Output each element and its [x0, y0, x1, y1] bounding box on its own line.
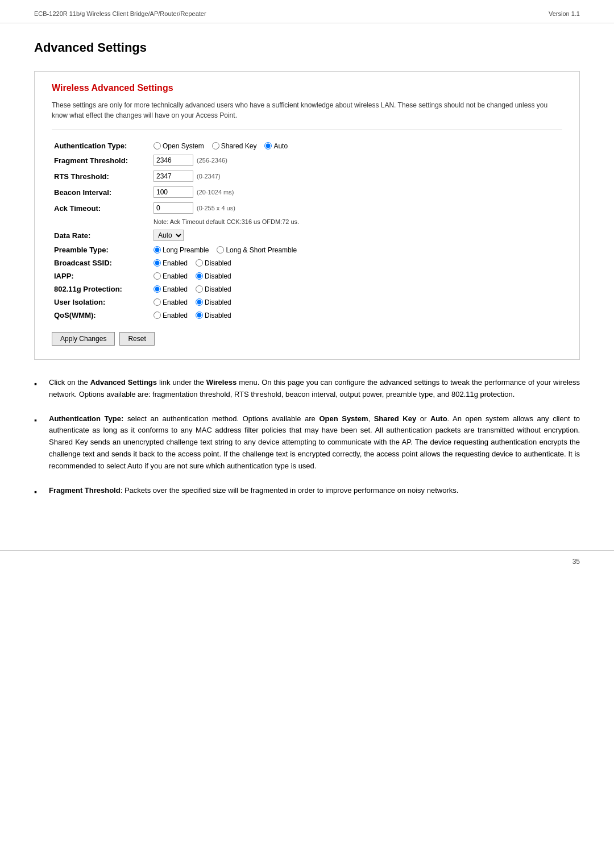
bullet-text-3: Fragment Threshold: Packets over the spe… — [49, 485, 580, 497]
auth-type-controls: Open System Shared Key Auto — [151, 139, 562, 152]
preamble-long-short-radio[interactable] — [217, 246, 224, 254]
protection-enabled-option[interactable]: Enabled — [154, 285, 188, 293]
frag-threshold-label: Fragment Threshold: — [52, 152, 151, 168]
qos-label: QoS(WMM): — [52, 309, 151, 322]
ack-timeout-input[interactable] — [154, 202, 193, 214]
auth-auto-radio[interactable] — [264, 142, 272, 149]
bullet-marker-3: ▪ — [34, 485, 44, 498]
isolation-disabled-option[interactable]: Disabled — [196, 298, 231, 306]
bullet-text-1: Click on the Advanced Settings link unde… — [49, 377, 580, 401]
isolation-enabled-label: Enabled — [163, 298, 188, 306]
bssid-disabled-option[interactable]: Disabled — [196, 259, 231, 267]
qos-enabled-option[interactable]: Enabled — [154, 312, 188, 319]
ack-timeout-row: Ack Timeout: (0-255 x 4 us) — [52, 200, 562, 216]
iapp-disabled-radio[interactable] — [196, 272, 203, 280]
rts-threshold-input[interactable] — [154, 171, 193, 182]
preamble-type-row: Preamble Type: Long Preamble Long & Shor… — [52, 243, 562, 256]
qos-disabled-option[interactable]: Disabled — [196, 312, 231, 319]
preamble-long-option[interactable]: Long Preamble — [154, 246, 209, 254]
iapp-enabled-option[interactable]: Enabled — [154, 272, 188, 280]
rts-threshold-row: RTS Threshold: (0-2347) — [52, 168, 562, 184]
list-item: ▪ Authentication Type: select an authent… — [34, 413, 580, 472]
settings-table: Authentication Type: Open System Shared … — [52, 139, 562, 322]
data-rate-controls: Auto — [151, 227, 562, 243]
auth-type-label: Authentication Type: — [52, 139, 151, 152]
preamble-long-label: Long Preamble — [163, 246, 209, 254]
auth-open-radio[interactable] — [154, 142, 161, 149]
frag-threshold-row: Fragment Threshold: (256-2346) — [52, 152, 562, 168]
preamble-radio-group: Long Preamble Long & Short Preamble — [154, 246, 560, 254]
header-right: Version 1.1 — [549, 10, 580, 17]
divider — [52, 130, 562, 130]
wireless-advanced-section: Wireless Advanced Settings These setting… — [34, 71, 580, 360]
isolation-enabled-radio[interactable] — [154, 298, 161, 306]
section-title: Wireless Advanced Settings — [52, 83, 562, 93]
data-rate-row: Data Rate: Auto — [52, 227, 562, 243]
list-item: ▪ Fragment Threshold: Packets over the s… — [34, 485, 580, 498]
auth-auto-option[interactable]: Auto — [264, 142, 288, 150]
preamble-long-short-option[interactable]: Long & Short Preamble — [217, 246, 297, 254]
page-footer: 35 — [0, 550, 614, 572]
page-number: 35 — [572, 558, 580, 566]
qos-controls: Enabled Disabled — [151, 309, 562, 322]
bullet-marker-2: ▪ — [34, 414, 44, 426]
protection-enabled-label: Enabled — [163, 285, 188, 293]
protection-disabled-radio[interactable] — [196, 285, 203, 293]
broadcast-ssid-controls: Enabled Disabled — [151, 256, 562, 269]
preamble-type-label: Preamble Type: — [52, 243, 151, 256]
broadcast-ssid-row: Broadcast SSID: Enabled Disabled — [52, 256, 562, 269]
frag-range-note: (256-2346) — [197, 157, 227, 164]
iapp-controls: Enabled Disabled — [151, 269, 562, 283]
apply-changes-button[interactable]: Apply Changes — [52, 332, 115, 346]
preamble-long-radio[interactable] — [154, 246, 161, 254]
frag-threshold-input[interactable] — [154, 155, 193, 166]
frag-threshold-controls: (256-2346) — [151, 152, 562, 168]
broadcast-ssid-label: Broadcast SSID: — [52, 256, 151, 269]
bssid-radio-group: Enabled Disabled — [154, 259, 560, 267]
iapp-disabled-label: Disabled — [205, 272, 231, 280]
ack-timeout-controls: (0-255 x 4 us) — [151, 200, 562, 216]
bullet-text-2: Authentication Type: select an authentic… — [49, 413, 580, 472]
rts-range-note: (0-2347) — [197, 173, 221, 180]
list-item: ▪ Click on the Advanced Settings link un… — [34, 377, 580, 401]
iapp-enabled-radio[interactable] — [154, 272, 161, 280]
preamble-type-controls: Long Preamble Long & Short Preamble — [151, 243, 562, 256]
isolation-radio-group: Enabled Disabled — [154, 298, 560, 306]
data-rate-select[interactable]: Auto — [154, 230, 184, 241]
qos-enabled-radio[interactable] — [154, 312, 161, 319]
protection-disabled-option[interactable]: Disabled — [196, 285, 231, 293]
bssid-disabled-radio[interactable] — [196, 259, 203, 267]
isolation-disabled-label: Disabled — [205, 298, 231, 306]
beacon-interval-row: Beacon Interval: (20-1024 ms) — [52, 184, 562, 200]
page-title: Advanced Settings — [34, 40, 580, 55]
bssid-enabled-label: Enabled — [163, 259, 188, 267]
rts-threshold-controls: (0-2347) — [151, 168, 562, 184]
qos-disabled-radio[interactable] — [196, 312, 203, 319]
ack-note-empty — [52, 216, 151, 227]
data-rate-label: Data Rate: — [52, 227, 151, 243]
iapp-disabled-option[interactable]: Disabled — [196, 272, 231, 280]
page-content: Advanced Settings Wireless Advanced Sett… — [0, 23, 614, 533]
bssid-enabled-radio[interactable] — [154, 259, 161, 267]
auth-auto-label: Auto — [273, 142, 288, 150]
protection-row: 802.11g Protection: Enabled Disabled — [52, 283, 562, 296]
rts-inner: (0-2347) — [154, 171, 560, 182]
beacon-interval-controls: (20-1024 ms) — [151, 184, 562, 200]
iapp-enabled-label: Enabled — [163, 272, 188, 280]
auth-shared-radio[interactable] — [212, 142, 219, 149]
qos-radio-group: Enabled Disabled — [154, 312, 560, 319]
bssid-enabled-option[interactable]: Enabled — [154, 259, 188, 267]
auth-shared-option[interactable]: Shared Key — [212, 142, 257, 150]
rts-threshold-label: RTS Threshold: — [52, 168, 151, 184]
beacon-interval-input[interactable] — [154, 186, 193, 198]
reset-button[interactable]: Reset — [119, 332, 154, 346]
ack-note-text: Note: Ack Timeout default CCK:316 us OFD… — [151, 216, 562, 227]
protection-disabled-label: Disabled — [205, 285, 231, 293]
ack-inner: (0-255 x 4 us) — [154, 202, 560, 214]
isolation-enabled-option[interactable]: Enabled — [154, 298, 188, 306]
isolation-disabled-radio[interactable] — [196, 298, 203, 306]
protection-label: 802.11g Protection: — [52, 283, 151, 296]
protection-enabled-radio[interactable] — [154, 285, 161, 293]
user-isolation-controls: Enabled Disabled — [151, 296, 562, 309]
auth-open-option[interactable]: Open System — [154, 142, 204, 150]
